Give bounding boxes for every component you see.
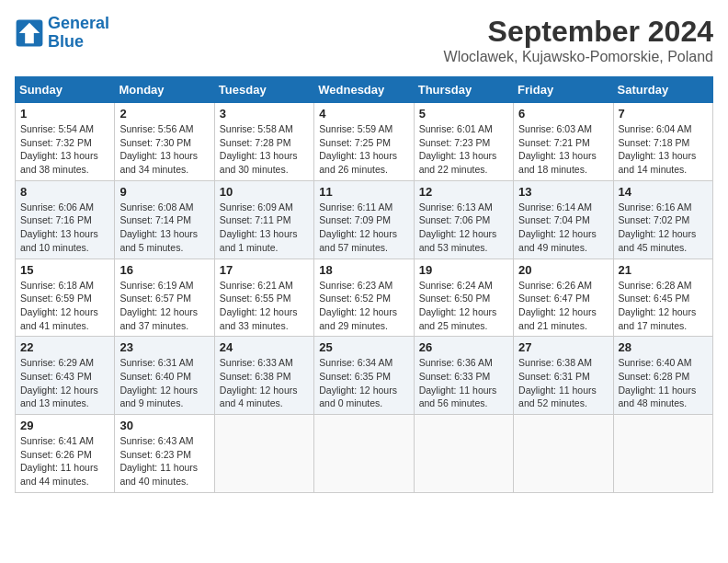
day-info: Sunrise: 6:29 AM Sunset: 6:43 PM Dayligh…	[20, 356, 109, 410]
day-number: 18	[319, 263, 408, 277]
day-info: Sunrise: 6:36 AM Sunset: 6:33 PM Dayligh…	[419, 356, 508, 410]
calendar-cell: 22Sunrise: 6:29 AM Sunset: 6:43 PM Dayli…	[16, 337, 115, 415]
calendar-cell: 27Sunrise: 6:38 AM Sunset: 6:31 PM Dayli…	[514, 337, 613, 415]
day-info: Sunrise: 5:58 AM Sunset: 7:28 PM Dayligh…	[220, 122, 309, 177]
day-number: 6	[518, 107, 608, 121]
day-number: 23	[119, 340, 209, 354]
day-info: Sunrise: 6:04 AM Sunset: 7:18 PM Dayligh…	[619, 122, 708, 177]
day-number: 8	[20, 185, 109, 199]
day-of-week-header: Monday	[115, 77, 214, 103]
day-info: Sunrise: 6:16 AM Sunset: 7:02 PM Dayligh…	[619, 201, 708, 255]
calendar-cell: 14Sunrise: 6:16 AM Sunset: 7:02 PM Dayli…	[613, 180, 712, 259]
day-info: Sunrise: 6:23 AM Sunset: 6:52 PM Dayligh…	[319, 279, 408, 333]
calendar-cell: 5Sunrise: 6:01 AM Sunset: 7:23 PM Daylig…	[414, 103, 513, 181]
day-info: Sunrise: 6:38 AM Sunset: 6:31 PM Dayligh…	[518, 356, 608, 410]
day-info: Sunrise: 6:06 AM Sunset: 7:16 PM Dayligh…	[20, 201, 109, 255]
calendar-cell: 30Sunrise: 6:43 AM Sunset: 6:23 PM Dayli…	[115, 415, 214, 493]
calendar-cell: 7Sunrise: 6:04 AM Sunset: 7:18 PM Daylig…	[613, 103, 712, 181]
day-info: Sunrise: 6:31 AM Sunset: 6:40 PM Dayligh…	[119, 356, 209, 410]
day-info: Sunrise: 6:18 AM Sunset: 6:59 PM Dayligh…	[20, 279, 109, 333]
day-number: 9	[119, 185, 209, 199]
day-info: Sunrise: 6:11 AM Sunset: 7:09 PM Dayligh…	[319, 201, 408, 255]
day-info: Sunrise: 6:21 AM Sunset: 6:55 PM Dayligh…	[220, 279, 309, 333]
month-title: September 2024	[444, 15, 713, 49]
day-info: Sunrise: 5:54 AM Sunset: 7:32 PM Dayligh…	[20, 122, 109, 177]
calendar-cell: 3Sunrise: 5:58 AM Sunset: 7:28 PM Daylig…	[214, 103, 313, 181]
logo: General Blue	[15, 15, 109, 52]
location-subtitle: Wloclawek, Kujawsko-Pomorskie, Poland	[444, 49, 713, 65]
calendar-week-row: 29Sunrise: 6:41 AM Sunset: 6:26 PM Dayli…	[16, 415, 713, 493]
day-number: 26	[419, 340, 508, 354]
day-number: 1	[20, 107, 109, 121]
day-number: 7	[619, 107, 708, 121]
calendar-cell: 4Sunrise: 5:59 AM Sunset: 7:25 PM Daylig…	[314, 103, 414, 181]
day-info: Sunrise: 6:41 AM Sunset: 6:26 PM Dayligh…	[20, 434, 109, 488]
day-number: 20	[518, 263, 608, 277]
calendar-cell	[414, 415, 513, 493]
calendar-cell: 28Sunrise: 6:40 AM Sunset: 6:28 PM Dayli…	[613, 337, 712, 415]
calendar-cell: 20Sunrise: 6:26 AM Sunset: 6:47 PM Dayli…	[514, 259, 613, 337]
calendar-cell	[514, 415, 613, 493]
calendar-cell: 2Sunrise: 5:56 AM Sunset: 7:30 PM Daylig…	[115, 103, 214, 181]
day-of-week-header: Friday	[514, 77, 613, 103]
calendar-cell	[613, 415, 712, 493]
calendar-cell	[314, 415, 414, 493]
calendar-cell: 13Sunrise: 6:14 AM Sunset: 7:04 PM Dayli…	[514, 180, 613, 259]
day-of-week-header: Sunday	[16, 77, 115, 103]
day-info: Sunrise: 6:43 AM Sunset: 6:23 PM Dayligh…	[119, 434, 209, 488]
calendar-cell: 12Sunrise: 6:13 AM Sunset: 7:06 PM Dayli…	[414, 180, 513, 259]
calendar-cell: 1Sunrise: 5:54 AM Sunset: 7:32 PM Daylig…	[16, 103, 115, 181]
day-info: Sunrise: 6:24 AM Sunset: 6:50 PM Dayligh…	[419, 279, 508, 333]
title-block: September 2024 Wloclawek, Kujawsko-Pomor…	[444, 15, 713, 65]
calendar-cell: 18Sunrise: 6:23 AM Sunset: 6:52 PM Dayli…	[314, 259, 414, 337]
day-info: Sunrise: 5:59 AM Sunset: 7:25 PM Dayligh…	[319, 122, 408, 177]
calendar-cell: 23Sunrise: 6:31 AM Sunset: 6:40 PM Dayli…	[115, 337, 214, 415]
day-info: Sunrise: 6:08 AM Sunset: 7:14 PM Dayligh…	[119, 201, 209, 255]
day-info: Sunrise: 6:34 AM Sunset: 6:35 PM Dayligh…	[319, 356, 408, 410]
day-number: 4	[319, 107, 408, 121]
day-number: 29	[20, 419, 109, 432]
calendar-table: SundayMondayTuesdayWednesdayThursdayFrid…	[15, 76, 713, 493]
day-info: Sunrise: 6:33 AM Sunset: 6:38 PM Dayligh…	[220, 356, 309, 410]
day-info: Sunrise: 6:14 AM Sunset: 7:04 PM Dayligh…	[518, 201, 608, 255]
day-number: 30	[119, 419, 209, 432]
calendar-cell: 21Sunrise: 6:28 AM Sunset: 6:45 PM Dayli…	[613, 259, 712, 337]
day-number: 21	[619, 263, 708, 277]
logo-icon	[15, 18, 44, 48]
day-info: Sunrise: 6:13 AM Sunset: 7:06 PM Dayligh…	[419, 201, 508, 255]
calendar-week-row: 8Sunrise: 6:06 AM Sunset: 7:16 PM Daylig…	[16, 180, 713, 259]
calendar-cell: 8Sunrise: 6:06 AM Sunset: 7:16 PM Daylig…	[16, 180, 115, 259]
day-info: Sunrise: 6:40 AM Sunset: 6:28 PM Dayligh…	[619, 356, 708, 410]
calendar-cell: 17Sunrise: 6:21 AM Sunset: 6:55 PM Dayli…	[214, 259, 313, 337]
day-info: Sunrise: 6:01 AM Sunset: 7:23 PM Dayligh…	[419, 122, 508, 177]
day-number: 19	[419, 263, 508, 277]
day-of-week-header: Saturday	[613, 77, 712, 103]
day-info: Sunrise: 6:19 AM Sunset: 6:57 PM Dayligh…	[119, 279, 209, 333]
day-number: 3	[220, 107, 309, 121]
calendar-cell: 15Sunrise: 6:18 AM Sunset: 6:59 PM Dayli…	[16, 259, 115, 337]
calendar-cell: 24Sunrise: 6:33 AM Sunset: 6:38 PM Dayli…	[214, 337, 313, 415]
calendar-week-row: 1Sunrise: 5:54 AM Sunset: 7:32 PM Daylig…	[16, 103, 713, 181]
day-number: 10	[220, 185, 309, 199]
day-info: Sunrise: 6:26 AM Sunset: 6:47 PM Dayligh…	[518, 279, 608, 333]
day-of-week-header: Wednesday	[314, 77, 414, 103]
day-of-week-header: Thursday	[414, 77, 513, 103]
calendar-cell: 29Sunrise: 6:41 AM Sunset: 6:26 PM Dayli…	[16, 415, 115, 493]
day-number: 17	[220, 263, 309, 277]
calendar-cell: 9Sunrise: 6:08 AM Sunset: 7:14 PM Daylig…	[115, 180, 214, 259]
calendar-cell: 25Sunrise: 6:34 AM Sunset: 6:35 PM Dayli…	[314, 337, 414, 415]
day-number: 15	[20, 263, 109, 277]
calendar-body: 1Sunrise: 5:54 AM Sunset: 7:32 PM Daylig…	[16, 103, 713, 493]
calendar-cell: 16Sunrise: 6:19 AM Sunset: 6:57 PM Dayli…	[115, 259, 214, 337]
day-info: Sunrise: 5:56 AM Sunset: 7:30 PM Dayligh…	[119, 122, 209, 177]
page-header: General Blue September 2024 Wloclawek, K…	[15, 15, 713, 65]
day-info: Sunrise: 6:28 AM Sunset: 6:45 PM Dayligh…	[619, 279, 708, 333]
day-info: Sunrise: 6:09 AM Sunset: 7:11 PM Dayligh…	[220, 201, 309, 255]
logo-text: General Blue	[48, 15, 109, 52]
day-of-week-header: Tuesday	[214, 77, 313, 103]
calendar-cell: 6Sunrise: 6:03 AM Sunset: 7:21 PM Daylig…	[514, 103, 613, 181]
calendar-week-row: 15Sunrise: 6:18 AM Sunset: 6:59 PM Dayli…	[16, 259, 713, 337]
day-number: 11	[319, 185, 408, 199]
day-number: 22	[20, 340, 109, 354]
calendar-week-row: 22Sunrise: 6:29 AM Sunset: 6:43 PM Dayli…	[16, 337, 713, 415]
